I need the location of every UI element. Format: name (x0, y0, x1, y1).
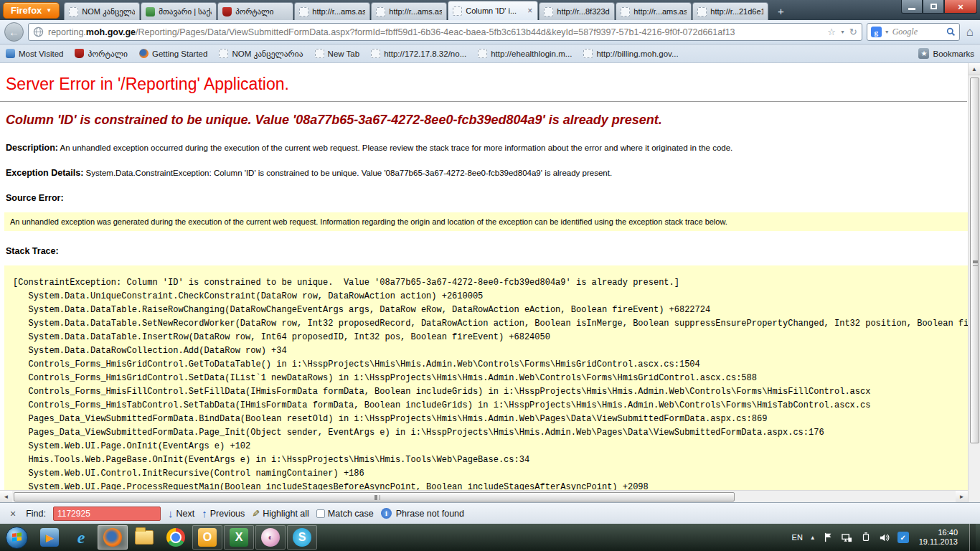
minimize-button[interactable] (901, 0, 923, 14)
find-close-icon[interactable]: × (7, 508, 19, 519)
show-desktop-button[interactable] (969, 524, 976, 551)
source-error-box: An unhandled exception was generated dur… (4, 212, 976, 231)
bookmark-portali[interactable]: პორტალი (75, 49, 128, 59)
tab-nom[interactable]: NOM კანცელარ... (64, 2, 140, 20)
tab-url-2[interactable]: http://r...ams.aspx (371, 2, 447, 20)
stack-line: Controls_Forms_HmisFillControl.SetFillDa… (13, 385, 976, 399)
tab-url-4[interactable]: http://r...ams.aspx (616, 2, 692, 20)
search-engine-dropdown-icon[interactable]: ▼ (885, 29, 890, 34)
page-title: Server Error in '/Reporting' Application… (6, 75, 967, 94)
stack-line: System.Data.DataTable.RaiseRowChanging(D… (13, 303, 976, 317)
windows-logo-icon (12, 532, 22, 542)
bookmark-172[interactable]: http://172.17.8.32/no... (371, 49, 466, 58)
horizontal-scrollbar-thumb[interactable] (14, 492, 735, 501)
bookmark-getting-started[interactable]: Getting Started (139, 49, 207, 58)
dropbox-icon[interactable]: ✓ (897, 532, 909, 543)
highlight-all-button[interactable]: ✎ Highlight all (252, 508, 309, 519)
home-icon[interactable]: ⌂ (964, 25, 976, 39)
tab-url-3[interactable]: http://r...8f323d21 (539, 2, 615, 20)
url-prefix: reporting. (48, 27, 86, 37)
search-box[interactable]: g ▼ Google (867, 23, 960, 41)
browser-tab-bar: Firefox ▼ NOM კანცელარ... მთავარი | საქა… (0, 0, 980, 20)
scroll-right-icon[interactable]: ► (956, 491, 968, 502)
globe-icon (33, 27, 44, 37)
bookmark-new-tab[interactable]: New Tab (315, 49, 360, 58)
taskbar-media-player[interactable]: ▶ (34, 525, 65, 550)
clock-date: 19.11.2013 (919, 537, 958, 547)
network-icon[interactable] (842, 532, 853, 543)
taskbar-internet-explorer[interactable]: e (66, 525, 96, 550)
taskbar-chrome[interactable] (161, 525, 191, 550)
tab-url-5[interactable]: http://r...21d6e12 (692, 2, 768, 20)
firefox-menu-button[interactable]: Firefox ▼ (3, 2, 60, 19)
taskbar-paint[interactable]: ◐ (255, 525, 286, 550)
match-case-label: Match case (328, 509, 374, 519)
search-icon[interactable] (946, 27, 956, 37)
vertical-scrollbar[interactable]: ▲ (968, 63, 980, 502)
arrow-up-icon: ↑ (202, 507, 207, 519)
tray-expand-icon[interactable]: ▲ (810, 534, 816, 541)
taskbar-outlook[interactable]: O (192, 525, 222, 550)
find-previous-button[interactable]: ↑ Previous (202, 507, 245, 519)
google-engine-icon: g (871, 27, 882, 37)
back-button[interactable]: ← (4, 22, 24, 42)
bookmark-nom[interactable]: NOM კანცელარია (219, 49, 303, 59)
find-next-button[interactable]: ↓ Next (168, 507, 194, 519)
taskbar-firefox-active[interactable] (98, 525, 128, 550)
vertical-scrollbar-thumb[interactable] (970, 77, 979, 443)
most-visited-icon (6, 49, 15, 58)
outlook-icon: O (198, 528, 217, 547)
match-case-checkbox[interactable]: Match case (316, 509, 374, 519)
bookmark-most-visited[interactable]: Most Visited (6, 49, 63, 58)
url-bar[interactable]: reporting.moh.gov.ge/Reporting/Pages/Dat… (28, 23, 862, 41)
tab-url-1[interactable]: http://r...ams.aspx (294, 2, 370, 20)
bookmark-label: New Tab (328, 50, 360, 58)
new-tab-button[interactable]: + (771, 4, 790, 19)
taskbar-excel[interactable]: X (224, 525, 254, 550)
tab-mtavari[interactable]: მთავარი | საქა... (141, 2, 217, 20)
find-status: i Phrase not found (381, 508, 464, 519)
stack-line: [ConstraintException: Column 'ID' is con… (13, 276, 976, 290)
tab-column-id-active[interactable]: Column 'ID' i... × (448, 1, 538, 20)
volume-icon[interactable] (879, 532, 890, 543)
chrome-icon (166, 528, 185, 547)
device-icon[interactable] (860, 532, 872, 543)
exception-details-text: System.Data.ConstraintException: Column … (86, 169, 613, 177)
scroll-left-icon[interactable]: ◄ (0, 491, 12, 502)
stack-line: Pages_Data_ViewSubmittedFormData.Page_In… (13, 426, 976, 440)
bookmark-star-icon[interactable]: ☆ (827, 27, 836, 37)
language-indicator[interactable]: EN (792, 533, 803, 542)
close-button[interactable]: × (944, 0, 977, 14)
taskbar-clock[interactable]: 16:40 19.11.2013 (919, 528, 958, 547)
horizontal-scrollbar[interactable]: ◄ ► (0, 490, 968, 502)
back-arrow-icon: ← (9, 26, 19, 38)
bookmark-label: http://172.17.8.32/no... (384, 50, 466, 58)
stack-line: System.Data.DataTable.InsertRow(DataRow … (13, 331, 976, 344)
tab-label: Column 'ID' i... (466, 6, 523, 15)
description-row: Description: An unhandled exception occu… (6, 143, 974, 153)
tab-close-icon[interactable]: × (527, 6, 533, 16)
start-button[interactable] (6, 527, 28, 549)
taskbar-skype[interactable]: S (287, 525, 317, 550)
error-message: Column 'ID' is constrained to be unique.… (6, 113, 974, 128)
stack-trace-box: [ConstraintException: Column 'ID' is con… (4, 265, 976, 502)
find-input[interactable] (53, 507, 161, 521)
bookmark-label: პორტალი (88, 49, 128, 59)
bookmark-ehealthlogin[interactable]: http://ehealthlogin.m... (478, 49, 572, 58)
placeholder-favicon (299, 7, 308, 17)
scroll-up-icon[interactable]: ▲ (969, 63, 980, 75)
bookmark-billing[interactable]: http://billing.moh.gov... (583, 49, 678, 58)
restore-button[interactable] (923, 0, 944, 14)
stack-line: Pages_Data_ViewSubmittedFormData.BindDat… (13, 413, 976, 426)
tab-portali[interactable]: პორტალი (217, 2, 293, 20)
url-dropdown-icon[interactable]: ▼ (840, 29, 845, 34)
placeholder-favicon (544, 7, 553, 17)
paint-icon: ◐ (261, 528, 280, 547)
action-center-flag-icon[interactable] (823, 532, 834, 543)
reload-icon[interactable]: ↻ (849, 27, 857, 37)
info-icon: i (381, 508, 392, 519)
system-tray: EN ▲ ✓ 16:40 19.11.2013 (792, 524, 979, 551)
placeholder-favicon (69, 7, 78, 17)
taskbar-file-explorer[interactable] (129, 525, 159, 550)
bookmarks-menu-button[interactable]: ★ Bookmarks (918, 48, 974, 59)
